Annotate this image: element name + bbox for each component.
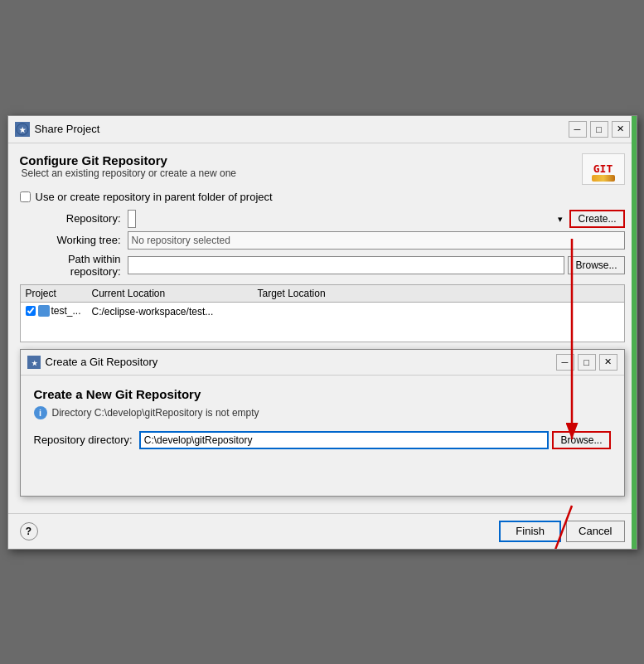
project-table: Project Current Location Target Location… [20, 284, 625, 342]
col-header-project: Project [26, 288, 92, 299]
inner-browse-button[interactable]: Browse... [552, 431, 610, 449]
inner-window-title: Create a Git Repository [46, 356, 551, 368]
svg-text:★: ★ [19, 126, 27, 134]
main-content: Configure Git Repository Select an exist… [8, 143, 637, 513]
bottom-spacer [20, 497, 625, 503]
cancel-button[interactable]: Cancel [566, 521, 624, 542]
table-cell-project: test_... [26, 305, 92, 317]
inner-content: Create a New Git Repository i Directory … [21, 376, 624, 496]
path-browse-button[interactable]: Browse... [568, 256, 624, 274]
project-checkbox[interactable] [26, 306, 36, 316]
path-row: Path within repository: Browse... [20, 253, 625, 278]
share-project-window: ★ Share Project ─ □ ✕ Configure Git Repo… [7, 115, 637, 550]
repository-select[interactable] [128, 210, 136, 228]
git-logo-text: GIT [593, 162, 613, 175]
bottom-bar: ? Finish Cancel [8, 513, 637, 549]
git-logo-decoration [592, 175, 615, 182]
working-tree-label: Working tree: [20, 234, 128, 246]
inner-window-controls: ─ □ ✕ [556, 354, 617, 371]
create-git-repository-dialog: ★ Create a Git Repository ─ □ ✕ Create a… [20, 349, 625, 497]
title-bar: ★ Share Project ─ □ ✕ [8, 116, 637, 143]
section-header: Configure Git Repository Select an exist… [20, 153, 625, 187]
inner-minimize-button[interactable]: ─ [556, 354, 574, 371]
inner-section-title: Create a New Git Repository [34, 387, 611, 401]
inner-title-bar: ★ Create a Git Repository ─ □ ✕ [21, 350, 624, 376]
info-icon: i [34, 406, 47, 419]
create-button[interactable]: Create... [569, 210, 624, 228]
maximize-button[interactable]: □ [590, 121, 608, 138]
window-controls: ─ □ ✕ [569, 121, 630, 138]
col-header-location: Current Location [92, 288, 258, 299]
checkbox-label: Use or create repository in parent folde… [36, 191, 273, 203]
path-input[interactable] [128, 256, 565, 274]
close-button[interactable]: ✕ [612, 121, 630, 138]
working-tree-value: No repository selected [128, 231, 625, 250]
working-tree-row: Working tree: No repository selected [20, 231, 625, 250]
inner-maximize-button[interactable]: □ [578, 354, 596, 371]
project-name: test_... [51, 305, 81, 317]
git-logo: GIT [582, 153, 625, 185]
info-text: Directory C:\develop\gitRepository is no… [52, 407, 259, 419]
window-title: Share Project [35, 123, 564, 135]
info-row: i Directory C:\develop\gitRepository is … [34, 406, 611, 419]
table-cell-location: C:/eclipse-workspace/test... [92, 305, 258, 317]
section-title: Configure Git Repository [20, 153, 236, 167]
green-sidebar [632, 116, 637, 549]
repository-label: Repository: [20, 212, 128, 225]
inner-spacer [34, 459, 611, 484]
section-subtitle: Select an existing repository or create … [22, 167, 236, 179]
repo-dir-row: Repository directory: Browse... [34, 431, 611, 449]
path-label: Path within repository: [20, 253, 128, 278]
checkbox-row: Use or create repository in parent folde… [20, 191, 625, 203]
inner-close-button[interactable]: ✕ [599, 354, 617, 371]
inner-window-icon: ★ [27, 356, 41, 369]
finish-button[interactable]: Finish [499, 521, 561, 542]
col-header-target: Target Location [258, 288, 619, 299]
repository-row: Repository: Create... [20, 210, 625, 228]
table-header: Project Current Location Target Location [21, 285, 624, 303]
help-button[interactable]: ? [20, 522, 38, 540]
header-text-group: Configure Git Repository Select an exist… [20, 153, 236, 187]
table-row: test_... C:/eclipse-workspace/test... [21, 303, 624, 320]
svg-text:★: ★ [31, 360, 37, 367]
repository-select-wrapper [128, 210, 567, 228]
minimize-button[interactable]: ─ [569, 121, 587, 138]
parent-folder-checkbox[interactable] [20, 191, 31, 202]
window-icon: ★ [15, 122, 30, 137]
repo-dir-label: Repository directory: [34, 434, 139, 446]
project-icon [38, 305, 50, 317]
repo-dir-input[interactable] [139, 431, 550, 449]
